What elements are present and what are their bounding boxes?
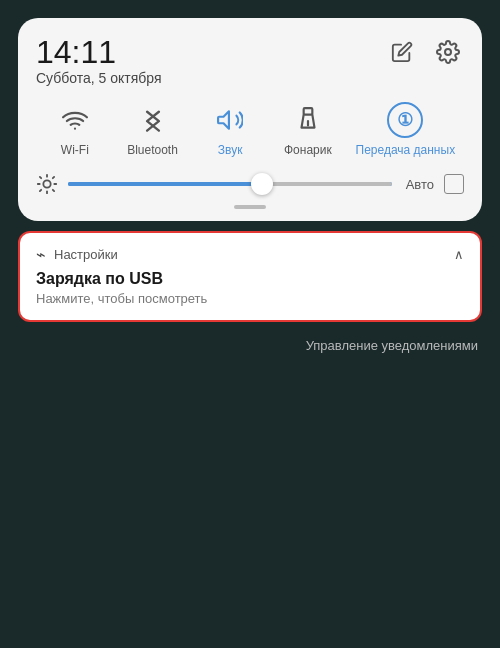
auto-brightness-checkbox[interactable] xyxy=(444,174,464,194)
svg-line-7 xyxy=(40,177,41,178)
flashlight-label: Фонарик xyxy=(284,143,332,157)
brightness-icon xyxy=(36,173,58,195)
usb-icon: ⌁ xyxy=(36,245,46,264)
flashlight-icon xyxy=(290,102,326,138)
manage-notifications[interactable]: Управление уведомлениями xyxy=(18,338,482,353)
svg-line-11 xyxy=(40,190,41,191)
notification-title: Зарядка по USB xyxy=(36,270,464,288)
flashlight-toggle[interactable]: Фонарик xyxy=(278,102,338,157)
notification-subtitle: Нажмите, чтобы посмотреть xyxy=(36,291,464,306)
data-transfer-label: Передача данных xyxy=(356,143,456,157)
clock-time: 14:11 xyxy=(36,36,162,68)
data-transfer-toggle[interactable]: ① Передача данных xyxy=(356,102,456,157)
qs-header: 14:11 Суббота, 5 октября xyxy=(36,36,464,86)
svg-point-0 xyxy=(445,49,451,55)
quick-settings-card: 14:11 Суббота, 5 октября xyxy=(18,18,482,221)
header-action-icons xyxy=(386,36,464,68)
manage-notifications-label: Управление уведомлениями xyxy=(306,338,478,353)
sound-icon xyxy=(212,102,248,138)
brightness-auto-label: Авто xyxy=(406,177,434,192)
edit-button[interactable] xyxy=(386,36,418,68)
sound-toggle[interactable]: Звук xyxy=(200,102,260,157)
svg-rect-2 xyxy=(304,108,313,115)
svg-point-1 xyxy=(74,128,76,130)
svg-line-12 xyxy=(53,177,54,178)
bluetooth-icon xyxy=(135,102,171,138)
notification-app-name: Настройки xyxy=(54,247,446,262)
expand-icon[interactable]: ∧ xyxy=(454,247,464,262)
brightness-row: Авто xyxy=(36,173,464,195)
notification-card[interactable]: ⌁ Настройки ∧ Зарядка по USB Нажмите, чт… xyxy=(18,231,482,322)
notification-header: ⌁ Настройки ∧ xyxy=(36,245,464,264)
wifi-label: Wi-Fi xyxy=(61,143,89,157)
bluetooth-toggle[interactable]: Bluetooth xyxy=(123,102,183,157)
time-section: 14:11 Суббота, 5 октября xyxy=(36,36,162,86)
bluetooth-label: Bluetooth xyxy=(127,143,178,157)
svg-line-8 xyxy=(53,190,54,191)
data-transfer-icon: ① xyxy=(387,102,423,138)
sound-label: Звук xyxy=(218,143,243,157)
settings-button[interactable] xyxy=(432,36,464,68)
toggles-row: Wi-Fi Bluetooth Звук xyxy=(36,102,464,157)
wifi-icon xyxy=(57,102,93,138)
clock-date: Суббота, 5 октября xyxy=(36,70,162,86)
svg-point-4 xyxy=(43,181,50,188)
drag-handle xyxy=(234,205,266,209)
brightness-slider[interactable] xyxy=(68,182,392,186)
wifi-toggle[interactable]: Wi-Fi xyxy=(45,102,105,157)
